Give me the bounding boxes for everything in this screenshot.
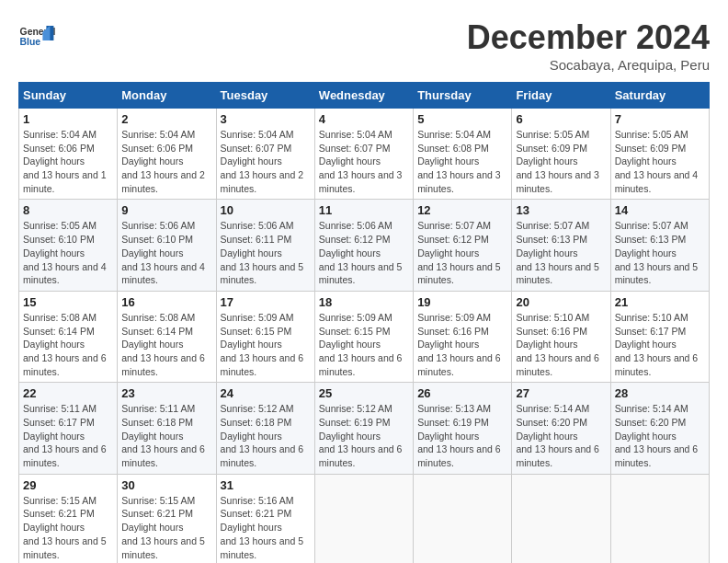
table-row: 16 Sunrise: 5:08 AM Sunset: 6:14 PM Dayl… — [118, 291, 216, 382]
col-sunday: Sunday — [19, 83, 118, 109]
calendar-table: Sunday Monday Tuesday Wednesday Thursday… — [18, 82, 710, 563]
table-row: 12 Sunrise: 5:07 AM Sunset: 6:12 PM Dayl… — [414, 200, 512, 291]
table-row: 31 Sunrise: 5:16 AM Sunset: 6:21 PM Dayl… — [216, 474, 314, 563]
logo-icon: General Blue — [18, 18, 55, 55]
table-row: 28 Sunrise: 5:14 AM Sunset: 6:20 PM Dayl… — [610, 383, 709, 474]
calendar-week-3: 15 Sunrise: 5:08 AM Sunset: 6:14 PM Dayl… — [19, 291, 710, 382]
table-row: 5 Sunrise: 5:04 AM Sunset: 6:08 PM Dayli… — [414, 109, 512, 200]
table-row: 27 Sunrise: 5:14 AM Sunset: 6:20 PM Dayl… — [512, 383, 610, 474]
table-row: 11 Sunrise: 5:06 AM Sunset: 6:12 PM Dayl… — [314, 200, 413, 291]
table-row: 21 Sunrise: 5:10 AM Sunset: 6:17 PM Dayl… — [610, 291, 709, 382]
table-row: 9 Sunrise: 5:06 AM Sunset: 6:10 PM Dayli… — [118, 200, 216, 291]
title-block: December 2024 Socabaya, Arequipa, Peru — [467, 18, 710, 73]
table-row: 14 Sunrise: 5:07 AM Sunset: 6:13 PM Dayl… — [610, 200, 709, 291]
table-row: 29 Sunrise: 5:15 AM Sunset: 6:21 PM Dayl… — [19, 474, 118, 563]
empty-cell — [512, 474, 610, 563]
svg-text:Blue: Blue — [20, 37, 41, 47]
table-row: 13 Sunrise: 5:07 AM Sunset: 6:13 PM Dayl… — [512, 200, 610, 291]
table-row: 6 Sunrise: 5:05 AM Sunset: 6:09 PM Dayli… — [512, 109, 610, 200]
table-row: 15 Sunrise: 5:08 AM Sunset: 6:14 PM Dayl… — [19, 291, 118, 382]
calendar-header-row: Sunday Monday Tuesday Wednesday Thursday… — [19, 83, 710, 109]
table-row: 20 Sunrise: 5:10 AM Sunset: 6:16 PM Dayl… — [512, 291, 610, 382]
calendar-week-1: 1 Sunrise: 5:04 AM Sunset: 6:06 PM Dayli… — [19, 109, 710, 200]
col-friday: Friday — [512, 83, 610, 109]
table-row: 23 Sunrise: 5:11 AM Sunset: 6:18 PM Dayl… — [118, 383, 216, 474]
col-tuesday: Tuesday — [216, 83, 314, 109]
table-row: 3 Sunrise: 5:04 AM Sunset: 6:07 PM Dayli… — [216, 109, 314, 200]
month-title: December 2024 — [467, 18, 710, 57]
col-wednesday: Wednesday — [314, 83, 413, 109]
calendar-body: 1 Sunrise: 5:04 AM Sunset: 6:06 PM Dayli… — [19, 109, 710, 564]
logo: General Blue — [18, 18, 55, 55]
table-row: 8 Sunrise: 5:05 AM Sunset: 6:10 PM Dayli… — [19, 200, 118, 291]
table-row: 26 Sunrise: 5:13 AM Sunset: 6:19 PM Dayl… — [414, 383, 512, 474]
calendar-week-5: 29 Sunrise: 5:15 AM Sunset: 6:21 PM Dayl… — [19, 474, 710, 563]
calendar-week-4: 22 Sunrise: 5:11 AM Sunset: 6:17 PM Dayl… — [19, 383, 710, 474]
location: Socabaya, Arequipa, Peru — [467, 57, 710, 73]
table-row: 18 Sunrise: 5:09 AM Sunset: 6:15 PM Dayl… — [314, 291, 413, 382]
table-row: 17 Sunrise: 5:09 AM Sunset: 6:15 PM Dayl… — [216, 291, 314, 382]
table-row: 30 Sunrise: 5:15 AM Sunset: 6:21 PM Dayl… — [118, 474, 216, 563]
table-row: 24 Sunrise: 5:12 AM Sunset: 6:18 PM Dayl… — [216, 383, 314, 474]
col-monday: Monday — [118, 83, 216, 109]
table-row: 10 Sunrise: 5:06 AM Sunset: 6:11 PM Dayl… — [216, 200, 314, 291]
col-thursday: Thursday — [414, 83, 512, 109]
table-row: 7 Sunrise: 5:05 AM Sunset: 6:09 PM Dayli… — [610, 109, 709, 200]
col-saturday: Saturday — [610, 83, 709, 109]
page-header: General Blue December 2024 Socabaya, Are… — [18, 18, 710, 73]
table-row: 4 Sunrise: 5:04 AM Sunset: 6:07 PM Dayli… — [314, 109, 413, 200]
empty-cell — [610, 474, 709, 563]
empty-cell — [414, 474, 512, 563]
empty-cell — [314, 474, 413, 563]
table-row: 1 Sunrise: 5:04 AM Sunset: 6:06 PM Dayli… — [19, 109, 118, 200]
table-row: 25 Sunrise: 5:12 AM Sunset: 6:19 PM Dayl… — [314, 383, 413, 474]
calendar-week-2: 8 Sunrise: 5:05 AM Sunset: 6:10 PM Dayli… — [19, 200, 710, 291]
table-row: 2 Sunrise: 5:04 AM Sunset: 6:06 PM Dayli… — [118, 109, 216, 200]
table-row: 19 Sunrise: 5:09 AM Sunset: 6:16 PM Dayl… — [414, 291, 512, 382]
table-row: 22 Sunrise: 5:11 AM Sunset: 6:17 PM Dayl… — [19, 383, 118, 474]
